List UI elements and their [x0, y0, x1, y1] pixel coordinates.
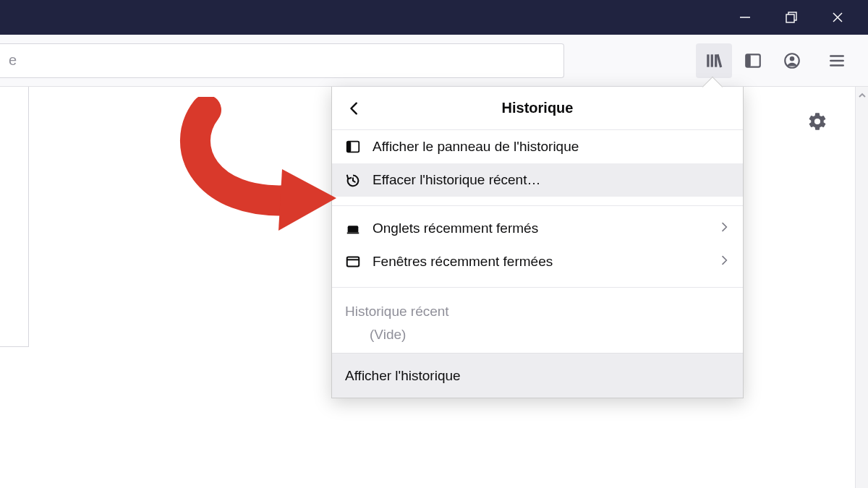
recently-closed-windows-item[interactable]: Fenêtres récemment fermées: [332, 245, 743, 278]
url-bar-text-fragment: e: [9, 52, 17, 69]
menu-item-label: Fenêtres récemment fermées: [373, 254, 553, 270]
panel-back-button[interactable]: [342, 96, 367, 121]
page-panel-fragment: [0, 87, 29, 347]
menu-item-label: Afficher l'historique: [345, 368, 461, 384]
scrollbar-up-icon: [858, 90, 867, 103]
panel-header: Historique: [332, 87, 743, 130]
svg-rect-5: [707, 54, 709, 67]
sidebar-toggle-button[interactable]: [735, 43, 771, 78]
panel-title: Historique: [332, 100, 743, 116]
sidebar-panel-icon: [345, 139, 365, 155]
url-bar[interactable]: e: [0, 43, 564, 78]
gear-icon: [807, 111, 827, 132]
account-icon: [783, 51, 801, 70]
recent-history-section-label: Historique récent: [332, 294, 743, 324]
svg-rect-17: [347, 142, 352, 153]
svg-rect-7: [715, 54, 717, 67]
recent-history-empty-label: (Vide): [332, 324, 743, 353]
library-button[interactable]: [696, 43, 732, 78]
window-close-button[interactable]: [814, 0, 861, 35]
tab-icon: [345, 221, 365, 236]
chevron-right-icon: [718, 221, 730, 236]
menu-item-label: Onglets récemment fermés: [373, 221, 538, 236]
window-icon: [345, 254, 365, 270]
clear-recent-history-item[interactable]: Effacer l'historique récent…: [332, 163, 743, 197]
svg-rect-2: [786, 14, 794, 22]
content-area: Historique Afficher le panneau de l'hist…: [0, 87, 868, 488]
panel-separator: [332, 287, 743, 288]
app-menu-button[interactable]: [819, 43, 855, 78]
page-settings-button[interactable]: [803, 107, 832, 136]
window-titlebar: [0, 0, 868, 35]
account-button[interactable]: [774, 43, 810, 78]
window-minimize-button[interactable]: [722, 0, 768, 35]
library-icon: [705, 51, 723, 70]
annotation-arrow: [163, 97, 351, 241]
svg-point-12: [790, 56, 795, 61]
svg-rect-10: [746, 54, 751, 67]
chevron-right-icon: [718, 254, 730, 270]
window-restore-button[interactable]: [768, 0, 814, 35]
sidebar-icon: [744, 51, 762, 70]
menu-item-label: Afficher le panneau de l'historique: [373, 139, 579, 155]
history-panel: Historique Afficher le panneau de l'hist…: [331, 87, 744, 398]
svg-rect-6: [711, 54, 713, 67]
recently-closed-tabs-item[interactable]: Onglets récemment fermés: [332, 212, 743, 245]
history-clear-icon: [345, 172, 365, 188]
panel-separator: [332, 205, 743, 206]
toolbar: e: [0, 35, 868, 87]
chevron-left-icon: [346, 100, 362, 116]
menu-item-label: Effacer l'historique récent…: [373, 172, 540, 188]
show-all-history-item[interactable]: Afficher l'historique: [332, 353, 743, 398]
svg-rect-8: [716, 53, 722, 67]
show-history-sidebar-item[interactable]: Afficher le panneau de l'historique: [332, 130, 743, 163]
svg-rect-18: [347, 257, 359, 267]
hamburger-icon: [827, 51, 846, 70]
vertical-scrollbar[interactable]: [855, 87, 868, 488]
